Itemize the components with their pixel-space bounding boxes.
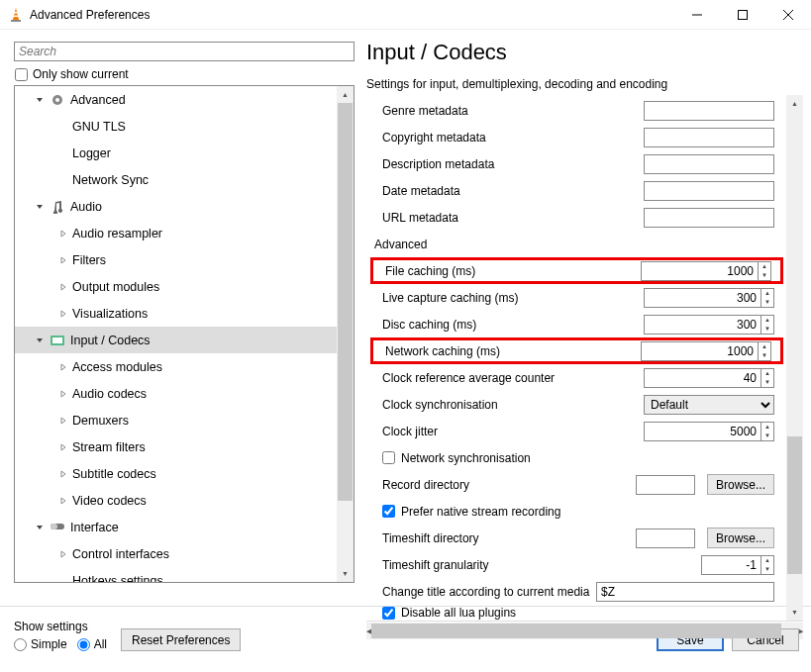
spin-input[interactable]: ▲▼ [644, 315, 774, 335]
setting-label: Copyright metadata [370, 131, 644, 144]
tree-item[interactable]: GNU TLS [15, 113, 337, 140]
window-title: Advanced Preferences [30, 8, 150, 22]
setting-row: Disable all lua plugins [370, 605, 786, 621]
setting-row: Clock reference average counter▲▼ [370, 364, 786, 391]
browse-button[interactable]: Browse... [707, 474, 774, 495]
reset-preferences-button[interactable]: Reset Preferences [121, 628, 241, 651]
minimize-button[interactable] [674, 0, 720, 30]
close-button[interactable] [765, 0, 811, 30]
spin-input[interactable]: ▲▼ [641, 341, 771, 361]
tree-item[interactable]: Video codecs [15, 487, 337, 514]
all-radio[interactable]: All [77, 637, 107, 651]
text-input[interactable] [644, 208, 774, 228]
svg-rect-1 [11, 20, 21, 22]
tree-item-label: Control interfaces [72, 547, 169, 561]
show-settings-label: Show settings [14, 620, 107, 633]
tree-group-audio[interactable]: Audio [15, 193, 337, 220]
tree-item-label: Input / Codecs [70, 334, 151, 347]
text-input[interactable] [644, 181, 774, 201]
svg-rect-5 [739, 10, 748, 19]
tree-group-interface[interactable]: Interface [15, 514, 337, 540]
setting-label: Timeshift directory [370, 531, 636, 545]
tree-item-label: Hotkeys settings [72, 574, 163, 583]
tree-group-advanced[interactable]: Advanced [15, 86, 337, 113]
setting-label: Record directory [370, 478, 636, 492]
tree-item[interactable]: Output modules [15, 273, 337, 300]
maximize-button[interactable] [720, 0, 765, 30]
codec-icon [49, 333, 66, 348]
tree-item[interactable]: Hotkeys settings [15, 567, 337, 582]
section-label: Advanced [370, 238, 786, 251]
spin-input[interactable]: ▲▼ [644, 288, 774, 308]
text-input[interactable] [644, 128, 774, 147]
tree-item-label: Visualizations [72, 307, 148, 321]
checkbox[interactable] [382, 451, 395, 464]
spin-input[interactable]: ▲▼ [641, 261, 771, 281]
only-show-current-checkbox[interactable]: Only show current [15, 67, 355, 81]
path-input[interactable] [636, 528, 695, 548]
setting-row: Clock jitter▲▼ [370, 418, 786, 444]
only-show-current-label: Only show current [33, 67, 129, 81]
tree-item[interactable]: Network Sync [15, 166, 337, 193]
tree-item[interactable]: Visualizations [15, 300, 337, 327]
spin-input[interactable]: ▲▼ [644, 368, 774, 388]
tree-item[interactable]: Logger [15, 140, 337, 166]
setting-label: Prefer native stream recording [401, 505, 560, 519]
setting-row: Disc caching (ms)▲▼ [370, 311, 786, 337]
tree-item-label: Access modules [72, 360, 162, 374]
right-pane: Input / Codecs Settings for input, demul… [358, 30, 811, 606]
tree-item[interactable]: Stream filters [15, 433, 337, 460]
tree-item[interactable]: Audio resampler [15, 220, 337, 246]
tree-item-label: Subtitle codecs [72, 467, 156, 481]
text-input[interactable] [644, 101, 774, 121]
search-input[interactable] [14, 42, 355, 61]
setting-row: Network synchronisation [370, 444, 786, 471]
select-input[interactable]: Default [644, 395, 774, 415]
tree-item[interactable]: Subtitle codecs [15, 460, 337, 487]
tree-item[interactable]: Audio codecs [15, 380, 337, 407]
settings-scrollbar-horizontal[interactable]: ◀▶ [366, 623, 803, 639]
spin-input[interactable]: ▲▼ [701, 555, 774, 575]
setting-label: URL metadata [370, 211, 644, 225]
svg-rect-11 [52, 337, 62, 343]
setting-row: Description metadata [370, 150, 786, 177]
tree-item-label: Network Sync [72, 173, 149, 187]
setting-row: Advanced [370, 231, 786, 257]
spin-input[interactable]: ▲▼ [644, 422, 774, 441]
setting-label: Clock synchronisation [370, 398, 644, 412]
setting-label: Change title according to current media [370, 585, 596, 599]
tree-group-input-codecs[interactable]: Input / Codecs [15, 327, 337, 353]
setting-row: Genre metadata [370, 97, 786, 124]
tree-item[interactable]: Demuxers [15, 407, 337, 433]
path-input[interactable] [636, 475, 695, 495]
tree-item[interactable]: Control interfaces [15, 540, 337, 567]
setting-row: Network caching (ms)▲▼ [370, 337, 783, 364]
setting-label: Network synchronisation [401, 451, 531, 465]
setting-label: Timeshift granularity [370, 558, 701, 572]
tree-item-label: Audio resampler [72, 227, 162, 240]
checkbox[interactable] [382, 607, 395, 620]
tree-item-label: Video codecs [72, 494, 147, 508]
svg-rect-13 [51, 524, 57, 529]
tree-item-label: GNU TLS [72, 120, 126, 134]
vlc-cone-icon [8, 7, 24, 23]
tree-item-label: Advanced [70, 93, 126, 107]
setting-row: Change title according to current media [370, 578, 786, 605]
interface-icon [49, 520, 66, 535]
browse-button[interactable]: Browse... [707, 528, 774, 548]
setting-label: Date metadata [370, 184, 644, 198]
tree-item-label: Audio codecs [72, 387, 147, 401]
tree-item-label: Logger [72, 146, 111, 160]
tree-scrollbar[interactable]: ▲ ▼ [337, 86, 354, 582]
tree-item[interactable]: Filters [15, 246, 337, 273]
setting-label: Live capture caching (ms) [370, 291, 644, 305]
setting-label: File caching (ms) [373, 264, 641, 278]
tree-item-label: Stream filters [72, 440, 146, 454]
text-input[interactable] [596, 582, 774, 602]
checkbox[interactable] [382, 505, 395, 518]
tree-item[interactable]: Access modules [15, 353, 337, 380]
settings-scrollbar-vertical[interactable]: ▲ ▼ [786, 95, 803, 621]
text-input[interactable] [644, 154, 774, 174]
preferences-tree: AdvancedGNU TLSLoggerNetwork SyncAudioAu… [14, 85, 355, 583]
simple-radio[interactable]: Simple [14, 637, 67, 651]
